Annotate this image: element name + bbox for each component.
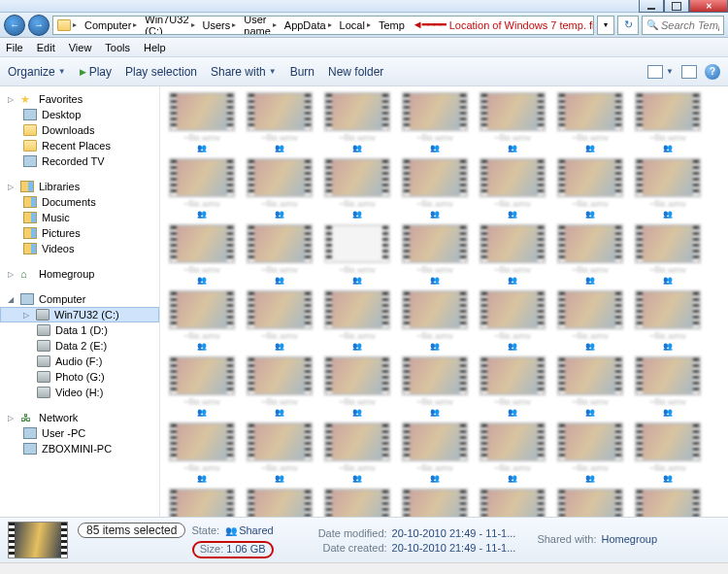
sidebar-computer[interactable]: ◢Computer bbox=[0, 291, 159, 307]
breadcrumb-segment[interactable]: Temp bbox=[375, 17, 409, 34]
menu-tools[interactable]: Tools bbox=[105, 42, 130, 53]
close-button[interactable] bbox=[689, 0, 728, 13]
file-thumb[interactable]: ~file.wmv👥 bbox=[399, 92, 471, 152]
sidebar-item-pc1[interactable]: User -PC bbox=[0, 425, 159, 441]
file-thumb[interactable]: ~file.wmv👥 bbox=[244, 92, 315, 152]
file-thumb[interactable]: ~file.wmv👥 bbox=[554, 356, 626, 417]
file-thumb[interactable]: ~file.wmv👥 bbox=[321, 489, 393, 517]
file-thumb[interactable]: ~file.wmv👥 bbox=[477, 356, 548, 417]
nav-tree[interactable]: ▷★Favorites Desktop Downloads Recent Pla… bbox=[0, 86, 160, 517]
file-thumb[interactable]: ~file.wmv👥 bbox=[399, 224, 471, 285]
file-thumb[interactable]: ~file.wmv👥 bbox=[166, 92, 238, 152]
file-thumb[interactable]: ~file.wmv👥 bbox=[554, 290, 626, 351]
file-thumb[interactable]: ~file.wmv👥 bbox=[554, 92, 626, 152]
file-thumb[interactable]: ~file.wmv👥 bbox=[166, 422, 238, 483]
sidebar-libraries[interactable]: ▷Libraries bbox=[0, 179, 159, 194]
file-thumb[interactable]: ~file.wmv👥 bbox=[244, 224, 315, 285]
sidebar-item-videos[interactable]: Videos bbox=[0, 241, 159, 256]
sidebar-item-music[interactable]: Music bbox=[0, 210, 159, 225]
file-thumb[interactable]: ~file.wmv👥 bbox=[321, 422, 393, 483]
search-input[interactable] bbox=[661, 19, 719, 31]
refresh-button[interactable]: ↻ bbox=[617, 16, 639, 35]
file-thumb[interactable]: ~file.wmv👥 bbox=[399, 489, 471, 517]
file-thumb[interactable]: ~file.wmv👥 bbox=[399, 158, 471, 219]
file-thumb[interactable]: ~file.wmv👥 bbox=[399, 356, 471, 417]
sidebar-item-drive-e[interactable]: Data 2 (E:) bbox=[0, 338, 159, 354]
preview-pane-button[interactable] bbox=[681, 65, 697, 79]
sidebar-item-drive-f[interactable]: Audio (F:) bbox=[0, 354, 159, 369]
play-selection-button[interactable]: Play selection bbox=[125, 65, 197, 79]
sidebar-item-documents[interactable]: Documents bbox=[0, 194, 159, 210]
sidebar-item-recorded-tv[interactable]: Recorded TV bbox=[0, 153, 159, 169]
back-button[interactable]: ← bbox=[4, 15, 25, 36]
file-thumb[interactable]: ~file.wmv👥 bbox=[632, 158, 704, 219]
file-thumb[interactable]: ~file.wmv👥 bbox=[321, 92, 393, 152]
sidebar-favorites[interactable]: ▷★Favorites bbox=[0, 91, 159, 107]
file-thumb[interactable]: ~file.wmv👥 bbox=[477, 489, 548, 517]
forward-button[interactable]: → bbox=[28, 15, 50, 36]
file-thumb[interactable]: ~file.wmv👥 bbox=[321, 356, 393, 417]
sidebar-homegroup[interactable]: ▷⌂Homegroup bbox=[0, 266, 159, 282]
burn-button[interactable]: Burn bbox=[290, 65, 314, 79]
file-thumb[interactable]: ~file.wmv👥 bbox=[244, 158, 315, 219]
breadcrumb-segment[interactable]: Win7U32 (C:)▸ bbox=[141, 17, 198, 34]
breadcrumb-segment[interactable]: User name▸ bbox=[240, 17, 281, 34]
sidebar-item-pc2[interactable]: ZBOXMINI-PC bbox=[0, 441, 159, 456]
file-thumb[interactable]: ~file.wmv👥 bbox=[244, 489, 315, 517]
sidebar-item-recent-places[interactable]: Recent Places bbox=[0, 138, 159, 153]
breadcrumb-segment[interactable]: AppData▸ bbox=[281, 17, 336, 34]
file-thumb[interactable]: ~file.wmv👥 bbox=[632, 422, 704, 483]
file-thumb[interactable]: ~file.wmv👥 bbox=[244, 290, 315, 351]
sidebar-item-drive-g[interactable]: Photo (G:) bbox=[0, 369, 159, 385]
sidebar-item-drive-c[interactable]: ▷Win7U32 (C:) bbox=[0, 307, 159, 322]
file-thumb[interactable]: ~file.wmv👥 bbox=[321, 224, 393, 285]
help-button[interactable]: ? bbox=[705, 64, 720, 80]
menu-file[interactable]: File bbox=[6, 42, 23, 53]
file-thumb[interactable]: ~file.wmv👥 bbox=[632, 224, 704, 285]
breadcrumb-segment[interactable]: Local▸ bbox=[336, 17, 375, 34]
sidebar-item-downloads[interactable]: Downloads bbox=[0, 122, 159, 138]
sidebar-item-drive-h[interactable]: Video (H:) bbox=[0, 385, 159, 400]
file-thumb[interactable]: ~file.wmv👥 bbox=[554, 489, 626, 517]
share-with-button[interactable]: Share with ▼ bbox=[211, 65, 277, 79]
file-thumb[interactable]: ~file.wmv👥 bbox=[244, 422, 315, 483]
search-box[interactable]: 🔍 bbox=[642, 16, 724, 35]
file-thumb[interactable]: ~file.wmv👥 bbox=[477, 422, 548, 483]
minimize-button[interactable] bbox=[639, 0, 664, 13]
play-button[interactable]: ▶Play bbox=[80, 65, 112, 79]
file-thumb[interactable]: ~file.wmv👥 bbox=[399, 422, 471, 483]
file-thumb[interactable]: ~file.wmv👥 bbox=[554, 158, 626, 219]
file-thumb[interactable]: ~file.wmv👥 bbox=[554, 422, 626, 483]
file-thumb[interactable]: ~file.wmv👥 bbox=[632, 489, 704, 517]
file-thumb[interactable]: ~file.wmv👥 bbox=[477, 92, 548, 152]
file-thumb[interactable]: ~file.wmv👥 bbox=[399, 290, 471, 351]
breadcrumb-segment[interactable]: Users▸ bbox=[199, 17, 241, 34]
menu-edit[interactable]: Edit bbox=[37, 42, 55, 53]
menu-view[interactable]: View bbox=[69, 42, 92, 53]
file-thumb[interactable]: ~file.wmv👥 bbox=[166, 356, 238, 417]
sidebar-network[interactable]: ▷🖧Network bbox=[0, 410, 159, 425]
maximize-button[interactable] bbox=[664, 0, 689, 13]
organize-button[interactable]: Organize ▼ bbox=[8, 65, 66, 79]
menu-help[interactable]: Help bbox=[144, 42, 166, 53]
file-thumb[interactable]: ~file.wmv👥 bbox=[166, 158, 238, 219]
file-thumb[interactable]: ~file.wmv👥 bbox=[477, 290, 548, 351]
file-thumb[interactable]: ~file.wmv👥 bbox=[166, 489, 238, 517]
file-thumb[interactable]: ~file.wmv👥 bbox=[477, 158, 548, 219]
view-button[interactable]: ▼ bbox=[647, 65, 674, 79]
file-thumb[interactable]: ~file.wmv👥 bbox=[166, 290, 238, 351]
file-thumb[interactable]: ~file.wmv👥 bbox=[632, 92, 704, 152]
sidebar-item-drive-d[interactable]: Data 1 (D:) bbox=[0, 322, 159, 338]
breadcrumb-dropdown-button[interactable]: ▾ bbox=[597, 16, 614, 35]
sidebar-item-pictures[interactable]: Pictures bbox=[0, 225, 159, 241]
breadcrumb-segment[interactable]: Computer▸ bbox=[81, 17, 141, 34]
new-folder-button[interactable]: New folder bbox=[328, 65, 383, 79]
breadcrumb[interactable]: ▸ Computer▸ Win7U32 (C:)▸ Users▸ User na… bbox=[52, 16, 594, 35]
file-thumb[interactable]: ~file.wmv👥 bbox=[632, 356, 704, 417]
file-thumb[interactable]: ~file.wmv👥 bbox=[632, 290, 704, 351]
file-thumb[interactable]: ~file.wmv👥 bbox=[554, 224, 626, 285]
file-grid[interactable]: ~file.wmv👥~file.wmv👥~file.wmv👥~file.wmv👥… bbox=[160, 86, 728, 517]
file-thumb[interactable]: ~file.wmv👥 bbox=[321, 290, 393, 351]
sidebar-item-desktop[interactable]: Desktop bbox=[0, 107, 159, 122]
file-thumb[interactable]: ~file.wmv👥 bbox=[477, 224, 548, 285]
